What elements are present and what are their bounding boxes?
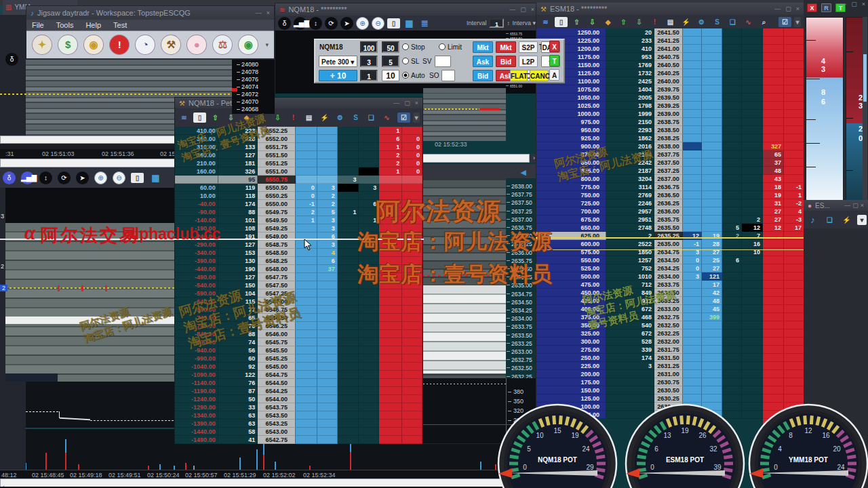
ladder-row[interactable]: -1390.00636543.25 — [175, 420, 422, 428]
pl-cell[interactable]: 750.00 — [536, 191, 606, 199]
qty-field-one[interactable]: 1 — [360, 70, 378, 81]
sales-cell[interactable] — [742, 69, 763, 77]
price-cell[interactable]: 6543.75 — [258, 403, 296, 411]
volume-cell[interactable]: 3204 — [606, 175, 654, 183]
right-scrollbar[interactable] — [863, 17, 867, 200]
ask-qty-cell[interactable] — [402, 338, 422, 346]
ask-qty-cell[interactable] — [763, 94, 784, 102]
price-cell[interactable]: 2638.00 — [654, 142, 683, 150]
volume-cell[interactable]: 63 — [218, 411, 258, 420]
ladder-row[interactable]: 1125.0017322640.25 — [536, 69, 804, 77]
ladder-row[interactable]: 1075.0014042639.75 — [536, 85, 804, 94]
bid-change-cell[interactable] — [296, 143, 317, 151]
minimize-icon[interactable]: — — [844, 202, 850, 209]
toolbar-dropdown-icon[interactable]: ▾ — [413, 113, 420, 123]
sales-cell[interactable] — [338, 241, 359, 249]
ladder-row[interactable]: 975.0021502638.75 — [536, 118, 804, 126]
sales-cell[interactable] — [338, 281, 359, 289]
volume-cell[interactable]: 58 — [218, 428, 258, 436]
bid-change-cell[interactable] — [683, 45, 702, 53]
price-cell[interactable]: 2635.75 — [654, 216, 683, 224]
ask-qty-cell[interactable] — [379, 338, 402, 346]
ladder-row[interactable]: 1175.009532640.75 — [536, 53, 804, 61]
ask-qty-cell[interactable] — [763, 53, 784, 61]
bid-change-cell[interactable] — [296, 436, 317, 444]
sales-cell[interactable] — [742, 53, 763, 61]
auto-radio[interactable]: Auto — [402, 70, 429, 81]
export-down-icon[interactable]: ⇩ — [633, 17, 646, 27]
volume-cell[interactable]: 95 — [218, 176, 258, 184]
price-cell[interactable]: 6550.00 — [258, 200, 296, 208]
bid-qty-cell[interactable] — [702, 94, 722, 102]
volume-cell[interactable]: 2293 — [606, 126, 654, 134]
settings-s-icon[interactable]: S — [711, 17, 724, 27]
bid-qty-cell[interactable] — [317, 346, 338, 354]
ask-qty-cell[interactable] — [379, 403, 402, 411]
sales-cell[interactable] — [338, 127, 359, 135]
ask-qty-cell[interactable]: 0 — [402, 167, 422, 176]
ask-qty-cell[interactable] — [402, 363, 422, 371]
trash-icon[interactable]: ▯ — [131, 173, 144, 183]
ask-qty-cell[interactable]: 2 — [379, 151, 402, 159]
bid-qty-cell[interactable] — [702, 362, 722, 370]
sales-cell[interactable] — [722, 134, 742, 142]
price-cell[interactable]: 2638.50 — [654, 126, 683, 134]
sales-cell[interactable] — [338, 428, 359, 436]
ask-qty-cell[interactable] — [379, 306, 402, 314]
qty-field-5[interactable]: 5 — [382, 56, 399, 67]
bid-qty-cell[interactable] — [702, 126, 722, 134]
ladder-row[interactable]: -1040.00926545.00 — [175, 363, 422, 371]
bid-change-cell[interactable] — [683, 313, 702, 321]
sales-cell[interactable] — [722, 199, 742, 207]
price-cell[interactable]: 2632.25 — [654, 329, 683, 338]
pl-cell[interactable]: 925.00 — [536, 134, 606, 142]
sales-cell[interactable] — [338, 265, 359, 273]
sales-cell[interactable] — [742, 110, 763, 118]
bid-qty-cell[interactable]: 3 — [317, 184, 338, 192]
volume-cell[interactable]: 60 — [218, 354, 258, 363]
ask-qty-cell[interactable] — [784, 94, 804, 102]
left-scrollbar-1[interactable] — [0, 136, 175, 144]
sales-cell[interactable] — [742, 305, 763, 313]
ask-qty-cell[interactable] — [379, 184, 402, 192]
chat-icon[interactable]: ❑ — [823, 215, 836, 225]
pl-cell[interactable]: -1240.00 — [175, 395, 218, 403]
bid-qty-cell[interactable] — [702, 45, 722, 53]
ask-qty-cell[interactable] — [763, 126, 784, 134]
ask-qty-cell[interactable]: 17 — [784, 224, 804, 232]
ask-qty-cell[interactable] — [379, 363, 402, 371]
sales-cell[interactable] — [742, 354, 763, 362]
bid-qty-cell[interactable] — [317, 151, 338, 159]
sales-cell[interactable] — [722, 159, 742, 167]
sales-cell[interactable] — [742, 94, 763, 102]
bid-qty-cell[interactable] — [702, 142, 722, 150]
bid-qty-cell[interactable] — [702, 110, 722, 118]
sales-cell[interactable] — [359, 135, 379, 143]
document-icon[interactable]: ▤ — [664, 17, 677, 27]
bid-change-cell[interactable] — [296, 159, 317, 167]
price-cell[interactable]: 6550.50 — [258, 184, 296, 192]
sales-cell[interactable] — [338, 273, 359, 281]
bid-change-cell[interactable] — [296, 387, 317, 395]
sales-cell[interactable] — [742, 142, 763, 150]
ladder-row[interactable]: 675.0029512635.75227-3 — [536, 216, 804, 224]
bid-qty-cell[interactable] — [702, 338, 722, 346]
ask-qty-cell[interactable] — [763, 297, 784, 305]
ask-qty-cell[interactable] — [784, 321, 804, 329]
ask-qty-cell[interactable]: 27 — [763, 207, 784, 216]
sales-cell[interactable] — [722, 362, 742, 370]
bid-qty-cell[interactable] — [317, 289, 338, 298]
ask-qty-cell[interactable] — [379, 314, 402, 322]
sales-cell[interactable] — [359, 289, 379, 298]
bid-qty-cell[interactable] — [702, 321, 722, 329]
sales-cell[interactable] — [338, 216, 359, 224]
sales-cell[interactable] — [338, 306, 359, 314]
volume-cell[interactable]: 181 — [218, 159, 258, 167]
ask-qty-cell[interactable] — [379, 289, 402, 298]
sales-cell[interactable] — [742, 126, 763, 134]
ask-qty-cell[interactable] — [784, 150, 804, 159]
volume-cell[interactable]: 63 — [218, 420, 258, 428]
volume-cell[interactable]: 1010 — [606, 272, 654, 281]
bid-qty-cell[interactable] — [317, 371, 338, 379]
ladder-row[interactable]: 1025.0017982639.25 — [536, 102, 804, 110]
